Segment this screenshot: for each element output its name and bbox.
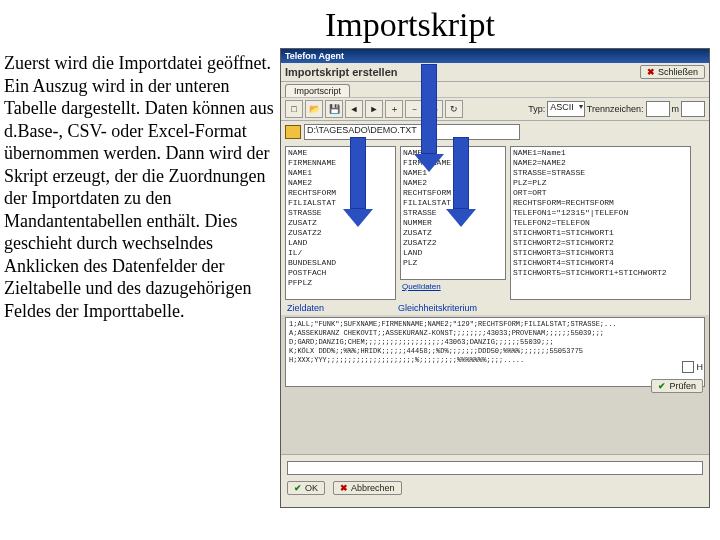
h-checkbox-row[interactable]: H	[682, 361, 704, 373]
blue-arrow-icon	[414, 64, 444, 172]
h-checkbox-label: H	[697, 362, 704, 372]
dialog-title: Importskript erstellen	[285, 66, 397, 78]
arrow-right-icon[interactable]: ►	[365, 100, 383, 118]
trenn-input[interactable]	[646, 101, 670, 117]
import-dialog-screenshot: Telefon Agent Importskript erstellen ✖ S…	[280, 48, 710, 508]
typ-select[interactable]: ASCII	[547, 101, 585, 117]
m-label: m	[672, 104, 680, 114]
checkbox-icon[interactable]	[682, 361, 694, 373]
cancel-button[interactable]: ✖ Abbrechen	[333, 481, 402, 495]
ok-icon: ✔	[294, 483, 302, 493]
folder-open-icon[interactable]	[285, 125, 301, 139]
m-input[interactable]	[681, 101, 705, 117]
column-labels-row: Zieldaten Gleichheitskriterium	[281, 303, 709, 315]
blue-arrow-icon	[446, 137, 476, 227]
close-icon: ✖	[647, 67, 655, 77]
pruefen-button-label: Prüfen	[669, 381, 696, 391]
close-button-label: Schließen	[658, 67, 698, 77]
open-icon[interactable]: 📂	[305, 100, 323, 118]
right-mapping-list[interactable]: NAME1=Name1NAME2=NAME2STRASSE=STRASSEPLZ…	[510, 146, 691, 300]
quelldaten-link[interactable]: Quelldaten	[400, 282, 506, 291]
tab-importscript[interactable]: Importscript	[285, 84, 350, 97]
gleichheit-label: Gleichheitskriterium	[398, 303, 477, 313]
save-icon[interactable]: 💾	[325, 100, 343, 118]
window-titlebar: Telefon Agent	[281, 49, 709, 63]
slide-title: Importskript	[100, 0, 720, 48]
bottom-bar: ✔ OK ✖ Abbrechen	[281, 454, 709, 507]
body-paragraph: Zuerst wird die Importdatei geöffnet. Ei…	[0, 48, 280, 322]
typ-label: Typ:	[528, 104, 545, 114]
ok-button-label: OK	[305, 483, 318, 493]
toolbar: □ 📂 💾 ◄ ► ＋ － ◎ ↻ Typ: ASCII Trennzeiche…	[281, 97, 709, 121]
dialog-header: Importskript erstellen ✖ Schließen	[281, 63, 709, 82]
arrow-left-icon[interactable]: ◄	[345, 100, 363, 118]
trenn-label: Trennzeichen:	[587, 104, 644, 114]
blue-arrow-icon	[343, 137, 373, 227]
check-icon: ✔	[658, 381, 666, 391]
new-icon[interactable]: □	[285, 100, 303, 118]
tab-bar: Importscript	[281, 82, 709, 97]
ok-button[interactable]: ✔ OK	[287, 481, 325, 495]
progress-bar	[287, 461, 703, 475]
plus-icon[interactable]: ＋	[385, 100, 403, 118]
file-path-input[interactable]: D:\TAGESADO\DEMO.TXT	[304, 124, 520, 140]
zieldaten-label: Zieldaten	[287, 303, 392, 313]
pruefen-button[interactable]: ✔ Prüfen	[651, 379, 703, 393]
close-button[interactable]: ✖ Schließen	[640, 65, 705, 79]
cancel-icon: ✖	[340, 483, 348, 493]
left-fields-list[interactable]: NAMEFIRMENNAMENAME1NAME2RECHTSFORMFILIAL…	[285, 146, 396, 300]
refresh-icon[interactable]: ↻	[445, 100, 463, 118]
script-preview[interactable]: 1;ALL;"FUNK";SUFXNAME;FIRMENNAME;NAME2;"…	[285, 317, 705, 387]
cancel-button-label: Abbrechen	[351, 483, 395, 493]
